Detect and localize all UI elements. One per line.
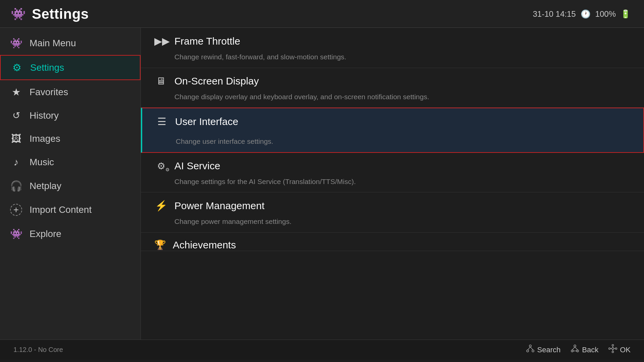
import-content-icon: +: [10, 204, 22, 216]
svg-point-14: [609, 348, 610, 350]
ok-button[interactable]: OK: [608, 344, 631, 355]
version-label: 1.12.0 - No Core: [13, 346, 63, 354]
battery-icon: 🔋: [621, 9, 631, 19]
sidebar: 👾 Main Menu ⚙ Settings ★ Favorites ↺ His…: [0, 28, 141, 340]
svg-line-3: [528, 347, 530, 350]
header: 👾 Settings 31-10 14:15 🕐 100% 🔋: [0, 0, 644, 28]
sidebar-label-import-content: Import Content: [30, 204, 92, 215]
svg-point-11: [612, 348, 614, 350]
sidebar-label-netplay: Netplay: [30, 181, 61, 191]
main-layout: 👾 Main Menu ⚙ Settings ★ Favorites ↺ His…: [0, 28, 644, 340]
svg-point-13: [612, 351, 614, 353]
sidebar-label-music: Music: [30, 157, 54, 168]
user-interface-row[interactable]: ☰ User Interface: [142, 108, 643, 135]
user-interface-desc: Change user interface settings.: [142, 135, 643, 152]
app-icon: 👾: [11, 7, 26, 21]
ai-service-icon: ⚙⚙: [154, 160, 168, 172]
sidebar-item-history[interactable]: ↺ History: [0, 104, 141, 127]
back-button-label: Back: [582, 346, 598, 354]
favorites-icon: ★: [10, 86, 22, 98]
svg-point-2: [532, 350, 534, 352]
sidebar-item-settings[interactable]: ⚙ Settings: [0, 55, 141, 80]
ai-service-desc: Change settings for the AI Service (Tran…: [141, 175, 644, 192]
music-icon: ♪: [10, 157, 22, 168]
sidebar-item-main-menu[interactable]: 👾 Main Menu: [0, 31, 141, 55]
footer: 1.12.0 - No Core Search: [0, 340, 644, 360]
search-button-label: Search: [537, 346, 561, 354]
on-screen-display-row[interactable]: 🖥 On-Screen Display: [141, 68, 644, 90]
svg-line-9: [575, 347, 578, 350]
svg-line-8: [572, 347, 575, 350]
achievements-icon: 🏆: [154, 239, 166, 250]
content-item-on-screen-display[interactable]: 🖥 On-Screen Display Change display overl…: [141, 68, 644, 108]
sidebar-label-settings: Settings: [30, 62, 64, 73]
frame-throttle-icon: ▶▶: [154, 35, 168, 47]
sidebar-item-music[interactable]: ♪ Music: [0, 150, 141, 174]
content-item-achievements[interactable]: 🏆 Achievements: [141, 233, 644, 251]
power-management-title: Power Management: [174, 200, 264, 212]
sidebar-item-images[interactable]: 🖼 Images: [0, 127, 141, 150]
svg-line-4: [530, 347, 533, 350]
power-management-icon: ⚡: [154, 200, 168, 212]
frame-throttle-title: Frame Throttle: [174, 36, 240, 47]
ai-service-row[interactable]: ⚙⚙ AI Service: [141, 153, 644, 175]
power-management-desc: Change power management settings.: [141, 215, 644, 232]
svg-point-12: [612, 345, 614, 346]
user-interface-title: User Interface: [175, 116, 238, 127]
ai-service-title: AI Service: [174, 160, 220, 172]
svg-point-5: [574, 345, 576, 347]
sidebar-item-import-content[interactable]: + Import Content: [0, 198, 141, 222]
sidebar-label-main-menu: Main Menu: [30, 38, 76, 49]
header-right: 31-10 14:15 🕐 100% 🔋: [533, 9, 631, 19]
achievements-title: Achievements: [173, 239, 236, 251]
datetime-display: 31-10 14:15: [533, 9, 576, 19]
svg-point-0: [529, 345, 531, 347]
explore-icon: 👾: [10, 228, 22, 240]
content-item-power-management[interactable]: ⚡ Power Management Change power manageme…: [141, 192, 644, 233]
sidebar-label-explore: Explore: [30, 229, 61, 239]
ok-button-icon: [608, 344, 617, 355]
on-screen-display-title: On-Screen Display: [174, 75, 259, 87]
back-button[interactable]: Back: [571, 344, 598, 355]
header-left: 👾 Settings: [11, 6, 89, 22]
clock-icon: 🕐: [581, 9, 591, 19]
footer-buttons: Search Back: [526, 344, 631, 355]
netplay-icon: 🎧: [10, 180, 22, 192]
sidebar-item-favorites[interactable]: ★ Favorites: [0, 80, 141, 104]
page-title: Settings: [32, 6, 89, 22]
content-item-user-interface[interactable]: ☰ User Interface Change user interface s…: [141, 108, 644, 153]
sidebar-label-history: History: [30, 110, 59, 121]
power-management-row[interactable]: ⚡ Power Management: [141, 192, 644, 215]
sidebar-item-explore[interactable]: 👾 Explore: [0, 222, 141, 246]
battery-display: 100%: [595, 9, 616, 19]
history-icon: ↺: [10, 110, 22, 121]
main-menu-icon: 👾: [10, 37, 22, 49]
user-interface-icon: ☰: [155, 116, 168, 127]
search-button-icon: [526, 344, 535, 355]
svg-point-1: [527, 350, 529, 352]
frame-throttle-desc: Change rewind, fast-forward, and slow-mo…: [141, 50, 644, 68]
on-screen-display-icon: 🖥: [154, 75, 168, 87]
back-button-icon: [571, 344, 579, 355]
on-screen-display-desc: Change display overlay and keyboard over…: [141, 90, 644, 108]
content-area: ▶▶ Frame Throttle Change rewind, fast-fo…: [141, 28, 644, 340]
frame-throttle-row[interactable]: ▶▶ Frame Throttle: [141, 28, 644, 50]
content-item-frame-throttle[interactable]: ▶▶ Frame Throttle Change rewind, fast-fo…: [141, 28, 644, 68]
settings-icon: ⚙: [11, 62, 23, 73]
search-button[interactable]: Search: [526, 344, 561, 355]
images-icon: 🖼: [10, 133, 22, 144]
sidebar-item-netplay[interactable]: 🎧 Netplay: [0, 174, 141, 198]
ok-button-label: OK: [620, 346, 631, 354]
achievements-row[interactable]: 🏆 Achievements: [141, 233, 644, 251]
svg-point-15: [615, 348, 617, 350]
sidebar-label-favorites: Favorites: [30, 87, 68, 98]
content-item-ai-service[interactable]: ⚙⚙ AI Service Change settings for the AI…: [141, 153, 644, 193]
sidebar-label-images: Images: [30, 133, 60, 144]
